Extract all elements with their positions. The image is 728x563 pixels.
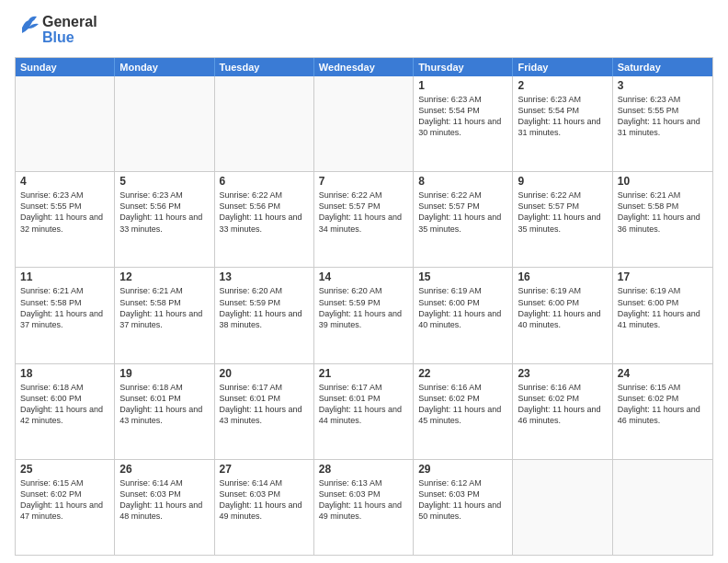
day-header-friday: Friday (513, 58, 612, 76)
sun-info: Sunrise: 6:23 AM Sunset: 5:56 PM Dayligh… (119, 190, 209, 235)
calendar-body: 1Sunrise: 6:23 AM Sunset: 5:54 PM Daylig… (16, 76, 712, 555)
sun-info: Sunrise: 6:14 AM Sunset: 6:03 PM Dayligh… (119, 477, 209, 523)
calendar-row-3: 18Sunrise: 6:18 AM Sunset: 6:00 PM Dayli… (16, 363, 712, 459)
day-number: 3 (618, 79, 708, 92)
sun-info: Sunrise: 6:19 AM Sunset: 6:00 PM Dayligh… (618, 285, 708, 330)
calendar-cell: 21Sunrise: 6:17 AM Sunset: 6:01 PM Dayli… (314, 364, 414, 459)
day-number: 26 (119, 463, 209, 476)
calendar-cell: 23Sunrise: 6:16 AM Sunset: 6:02 PM Dayli… (513, 364, 612, 459)
calendar-cell: 27Sunrise: 6:14 AM Sunset: 6:03 PM Dayli… (215, 460, 314, 555)
calendar-cell: 5Sunrise: 6:23 AM Sunset: 5:56 PM Daylig… (115, 172, 214, 267)
calendar-cell: 28Sunrise: 6:13 AM Sunset: 6:03 PM Dayli… (314, 460, 414, 555)
svg-text:General: General (42, 14, 97, 29)
day-number: 13 (220, 270, 309, 283)
calendar-cell: 3Sunrise: 6:23 AM Sunset: 5:55 PM Daylig… (613, 76, 712, 171)
day-number: 24 (618, 367, 708, 380)
day-number: 6 (220, 175, 309, 188)
day-header-thursday: Thursday (414, 58, 513, 76)
calendar-cell: 26Sunrise: 6:14 AM Sunset: 6:03 PM Dayli… (115, 460, 214, 555)
sun-info: Sunrise: 6:21 AM Sunset: 5:58 PM Dayligh… (119, 285, 209, 330)
calendar-header: SundayMondayTuesdayWednesdayThursdayFrid… (16, 58, 712, 76)
day-number: 9 (518, 175, 607, 188)
day-number: 4 (20, 175, 109, 188)
calendar-cell: 13Sunrise: 6:20 AM Sunset: 5:59 PM Dayli… (215, 268, 314, 362)
day-number: 2 (518, 79, 607, 92)
sun-info: Sunrise: 6:22 AM Sunset: 5:57 PM Dayligh… (418, 190, 507, 235)
day-number: 5 (119, 175, 209, 188)
sun-info: Sunrise: 6:19 AM Sunset: 6:00 PM Dayligh… (418, 285, 507, 330)
day-header-wednesday: Wednesday (314, 58, 414, 76)
sun-info: Sunrise: 6:21 AM Sunset: 5:58 PM Dayligh… (20, 285, 109, 330)
calendar-cell: 10Sunrise: 6:21 AM Sunset: 5:58 PM Dayli… (613, 172, 712, 267)
calendar-cell (513, 460, 612, 555)
day-number: 23 (518, 367, 607, 380)
sun-info: Sunrise: 6:13 AM Sunset: 6:03 PM Dayligh… (319, 477, 408, 523)
day-number: 18 (20, 367, 109, 380)
sun-info: Sunrise: 6:20 AM Sunset: 5:59 PM Dayligh… (220, 285, 309, 330)
calendar-row-1: 4Sunrise: 6:23 AM Sunset: 5:55 PM Daylig… (16, 171, 712, 267)
day-number: 15 (418, 270, 507, 283)
sun-info: Sunrise: 6:22 AM Sunset: 5:56 PM Dayligh… (220, 190, 309, 235)
calendar-cell (115, 76, 214, 171)
day-number: 7 (319, 175, 408, 188)
sun-info: Sunrise: 6:17 AM Sunset: 6:01 PM Dayligh… (319, 382, 408, 427)
day-number: 8 (418, 175, 507, 188)
calendar-row-0: 1Sunrise: 6:23 AM Sunset: 5:54 PM Daylig… (16, 76, 712, 171)
sun-info: Sunrise: 6:23 AM Sunset: 5:54 PM Dayligh… (518, 94, 607, 139)
sun-info: Sunrise: 6:15 AM Sunset: 6:02 PM Dayligh… (618, 382, 708, 427)
calendar-cell: 9Sunrise: 6:22 AM Sunset: 5:57 PM Daylig… (513, 172, 612, 267)
sun-info: Sunrise: 6:17 AM Sunset: 6:01 PM Dayligh… (220, 382, 309, 427)
sun-info: Sunrise: 6:21 AM Sunset: 5:58 PM Dayligh… (618, 190, 708, 235)
calendar-cell: 1Sunrise: 6:23 AM Sunset: 5:54 PM Daylig… (414, 76, 513, 171)
sun-info: Sunrise: 6:23 AM Sunset: 5:55 PM Dayligh… (20, 190, 109, 235)
day-number: 21 (319, 367, 408, 380)
sun-info: Sunrise: 6:16 AM Sunset: 6:02 PM Dayligh… (418, 382, 507, 427)
calendar-cell: 22Sunrise: 6:16 AM Sunset: 6:02 PM Dayli… (414, 364, 513, 459)
calendar-cell: 8Sunrise: 6:22 AM Sunset: 5:57 PM Daylig… (414, 172, 513, 267)
calendar-cell (314, 76, 414, 171)
calendar-cell: 19Sunrise: 6:18 AM Sunset: 6:01 PM Dayli… (115, 364, 214, 459)
svg-text:Blue: Blue (42, 29, 74, 45)
day-number: 25 (20, 463, 109, 476)
sun-info: Sunrise: 6:19 AM Sunset: 6:00 PM Dayligh… (518, 285, 607, 330)
calendar-cell: 7Sunrise: 6:22 AM Sunset: 5:57 PM Daylig… (314, 172, 414, 267)
sun-info: Sunrise: 6:16 AM Sunset: 6:02 PM Dayligh… (518, 382, 607, 427)
logo-svg: GeneralBlue (15, 11, 97, 50)
day-header-monday: Monday (115, 58, 214, 76)
day-number: 1 (418, 79, 507, 92)
calendar-cell: 25Sunrise: 6:15 AM Sunset: 6:02 PM Dayli… (16, 460, 115, 555)
calendar-cell: 2Sunrise: 6:23 AM Sunset: 5:54 PM Daylig… (513, 76, 612, 171)
sun-info: Sunrise: 6:23 AM Sunset: 5:54 PM Dayligh… (418, 94, 507, 139)
logo: GeneralBlue (15, 11, 97, 50)
calendar-cell: 11Sunrise: 6:21 AM Sunset: 5:58 PM Dayli… (16, 268, 115, 362)
calendar-cell: 6Sunrise: 6:22 AM Sunset: 5:56 PM Daylig… (215, 172, 314, 267)
day-number: 11 (20, 270, 109, 283)
day-number: 16 (518, 270, 607, 283)
day-number: 12 (119, 270, 209, 283)
day-number: 22 (418, 367, 507, 380)
sun-info: Sunrise: 6:12 AM Sunset: 6:03 PM Dayligh… (418, 477, 507, 523)
calendar: SundayMondayTuesdayWednesdayThursdayFrid… (15, 57, 713, 556)
calendar-row-2: 11Sunrise: 6:21 AM Sunset: 5:58 PM Dayli… (16, 267, 712, 362)
calendar-cell: 20Sunrise: 6:17 AM Sunset: 6:01 PM Dayli… (215, 364, 314, 459)
calendar-cell: 12Sunrise: 6:21 AM Sunset: 5:58 PM Dayli… (115, 268, 214, 362)
day-header-sunday: Sunday (16, 58, 115, 76)
calendar-cell (16, 76, 115, 171)
page: GeneralBlue SundayMondayTuesdayWednesday… (0, 0, 728, 563)
day-number: 20 (220, 367, 309, 380)
calendar-cell: 18Sunrise: 6:18 AM Sunset: 6:00 PM Dayli… (16, 364, 115, 459)
calendar-cell: 24Sunrise: 6:15 AM Sunset: 6:02 PM Dayli… (613, 364, 712, 459)
calendar-cell: 4Sunrise: 6:23 AM Sunset: 5:55 PM Daylig… (16, 172, 115, 267)
calendar-cell: 15Sunrise: 6:19 AM Sunset: 6:00 PM Dayli… (414, 268, 513, 362)
sun-info: Sunrise: 6:14 AM Sunset: 6:03 PM Dayligh… (220, 477, 309, 523)
calendar-cell: 14Sunrise: 6:20 AM Sunset: 5:59 PM Dayli… (314, 268, 414, 362)
day-number: 14 (319, 270, 408, 283)
sun-info: Sunrise: 6:18 AM Sunset: 6:00 PM Dayligh… (20, 382, 109, 427)
calendar-cell: 17Sunrise: 6:19 AM Sunset: 6:00 PM Dayli… (613, 268, 712, 362)
day-header-tuesday: Tuesday (215, 58, 314, 76)
calendar-cell (613, 460, 712, 555)
day-number: 29 (418, 463, 507, 476)
sun-info: Sunrise: 6:22 AM Sunset: 5:57 PM Dayligh… (319, 190, 408, 235)
sun-info: Sunrise: 6:23 AM Sunset: 5:55 PM Dayligh… (618, 94, 708, 139)
day-number: 17 (618, 270, 708, 283)
